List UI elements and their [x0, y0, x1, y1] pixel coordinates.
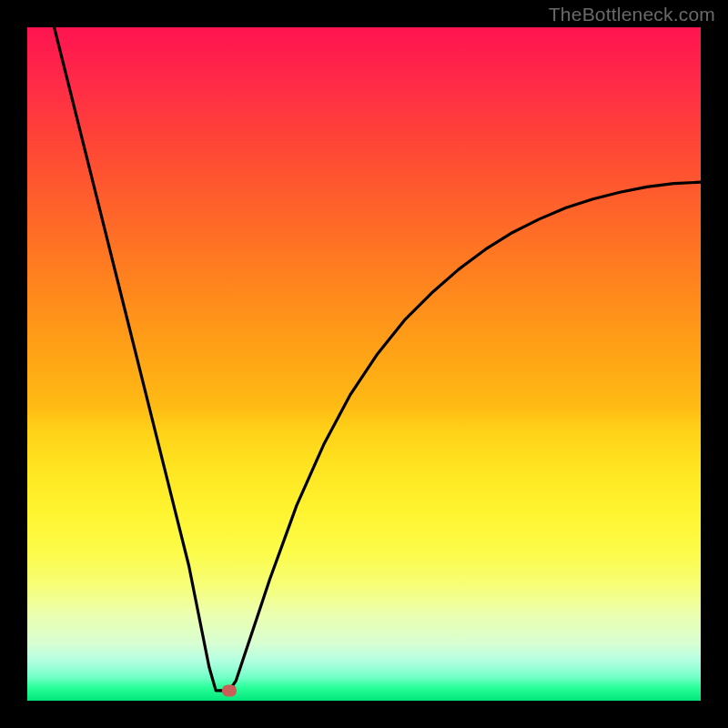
watermark-text: TheBottleneck.com — [549, 4, 715, 25]
curve-layer — [27, 27, 701, 701]
chart-frame: TheBottleneck.com — [0, 0, 728, 728]
bottleneck-curve — [55, 27, 701, 691]
optimum-marker — [222, 684, 237, 696]
plot-area — [27, 27, 701, 701]
